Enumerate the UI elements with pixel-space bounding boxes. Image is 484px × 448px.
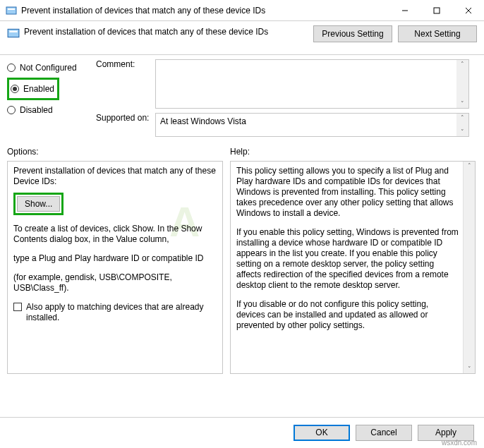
- comment-textarea[interactable]: ˄˅: [155, 59, 469, 109]
- close-button[interactable]: [452, 0, 484, 20]
- header: Prevent installation of devices that mat…: [0, 21, 484, 55]
- help-paragraph-1: This policy setting allows you to specif…: [236, 166, 459, 219]
- scrollbar[interactable]: ˄˅: [456, 60, 468, 108]
- radio-not-configured[interactable]: Not Configured: [7, 59, 96, 76]
- radio-disabled[interactable]: Disabled: [7, 102, 96, 119]
- next-setting-button[interactable]: Next Setting: [398, 25, 477, 42]
- radio-label: Disabled: [20, 105, 53, 115]
- enabled-highlight: Enabled: [7, 78, 59, 100]
- svg-rect-3: [434, 8, 440, 13]
- svg-rect-1: [8, 8, 15, 10]
- radio-label: Not Configured: [20, 63, 77, 73]
- options-label: Options:: [7, 147, 230, 157]
- checkbox-icon: [13, 303, 22, 311]
- options-text-3: (for example, gendisk, USB\COMPOSITE, US…: [13, 272, 217, 293]
- scroll-down-icon[interactable]: ˅: [464, 365, 475, 373]
- comment-label: Comment:: [96, 59, 155, 109]
- scrollbar[interactable]: ˄˅: [463, 162, 475, 373]
- show-highlight: Show...: [13, 193, 63, 215]
- radio-icon: [7, 106, 16, 114]
- supported-label: Supported on:: [96, 113, 155, 137]
- options-text-1: To create a list of devices, click Show.…: [13, 224, 217, 245]
- scroll-up-icon[interactable]: ˄: [456, 114, 468, 122]
- options-text-2: type a Plug and Play hardware ID or comp…: [13, 253, 217, 264]
- help-paragraph-2: If you enable this policy setting, Windo…: [236, 227, 459, 291]
- checkbox-label: Also apply to matching devices that are …: [26, 302, 217, 323]
- minimize-button[interactable]: [389, 0, 421, 20]
- policy-title: Prevent installation of devices that mat…: [24, 25, 308, 37]
- previous-setting-button[interactable]: Previous Setting: [313, 25, 392, 42]
- scroll-up-icon[interactable]: ˄: [464, 162, 475, 170]
- watermark-text: wsxdn.com: [442, 439, 477, 447]
- options-panel: Prevent installation of devices that mat…: [7, 161, 223, 374]
- radio-icon: [7, 63, 16, 72]
- cancel-button[interactable]: Cancel: [356, 425, 412, 441]
- policy-header-icon: [7, 27, 20, 40]
- scroll-up-icon[interactable]: ˄: [456, 60, 468, 68]
- maximize-button[interactable]: [421, 0, 452, 20]
- svg-rect-7: [9, 31, 17, 32]
- supported-box: At least Windows Vista ˄˅: [155, 113, 469, 137]
- radio-enabled[interactable]: Enabled: [11, 80, 54, 97]
- dialog-footer: OK Cancel Apply: [0, 417, 484, 448]
- svg-rect-0: [6, 7, 16, 14]
- window-title: Prevent installation of devices that mat…: [21, 6, 389, 16]
- show-button[interactable]: Show...: [17, 196, 60, 212]
- supported-value: At least Windows Vista: [160, 116, 246, 126]
- scroll-down-icon[interactable]: ˅: [456, 128, 468, 136]
- scrollbar[interactable]: ˄˅: [456, 114, 468, 136]
- help-paragraph-3: If you disable or do not configure this …: [236, 299, 459, 331]
- ok-button[interactable]: OK: [294, 425, 350, 441]
- radio-label: Enabled: [23, 84, 54, 94]
- also-apply-checkbox[interactable]: Also apply to matching devices that are …: [13, 302, 217, 323]
- svg-rect-6: [8, 29, 19, 37]
- policy-icon: [6, 5, 17, 16]
- radio-icon: [11, 85, 19, 93]
- scroll-down-icon[interactable]: ˅: [456, 99, 468, 108]
- titlebar: Prevent installation of devices that mat…: [0, 0, 484, 21]
- help-panel: This policy setting allows you to specif…: [230, 161, 476, 374]
- options-subheading: Prevent installation of devices that mat…: [13, 166, 217, 187]
- help-label: Help:: [230, 147, 250, 157]
